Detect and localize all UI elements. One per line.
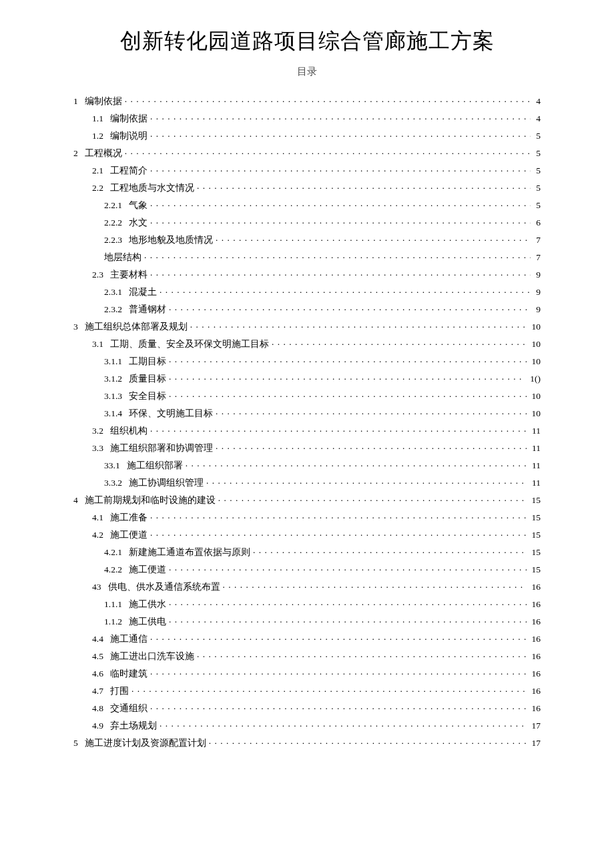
toc-entry-page: 16 <box>529 669 541 679</box>
toc-entry: 5施工进度计划及资源配置计划17 <box>73 733 541 751</box>
toc-entry-page: 16 <box>529 704 541 713</box>
toc-leader-dots <box>125 95 531 104</box>
toc-entry-page: 17 <box>529 721 541 731</box>
toc-entry-page: 16 <box>529 617 541 626</box>
toc-entry-number: 4.2 <box>92 530 110 540</box>
toc-leader-dots <box>150 511 527 520</box>
toc-entry-page: 16 <box>529 634 541 644</box>
toc-entry-label: 工程简介 <box>110 166 147 175</box>
toc-entry-label: 工期、质量、安全及环保文明施工目标 <box>110 340 269 349</box>
toc-entry-number: 4.7 <box>92 687 110 696</box>
toc-entry-number: 2.2 <box>92 183 110 193</box>
toc-entry-label: 施工组织部署 <box>127 461 183 470</box>
toc-entry-label: 编制依据 <box>85 97 122 106</box>
toc-entry-page: 10 <box>529 392 541 401</box>
toc-entry-label: 施工协调组织管理 <box>129 478 204 488</box>
toc-entry: 3.1.3安全目标10 <box>73 386 541 404</box>
toc-entry: 2.2.3地形地貌及地质情况7 <box>73 230 541 248</box>
toc-leader-dots <box>206 476 527 486</box>
toc-entry-label: 主要材料 <box>110 270 147 280</box>
toc-entry-page: 7 <box>533 253 541 262</box>
toc-entry: 2.1工程简介5 <box>73 161 541 178</box>
toc-entry-page: 7 <box>533 236 541 245</box>
toc-entry-label: 质量目标 <box>129 374 166 384</box>
toc-leader-dots <box>197 181 531 191</box>
toc-entry-number: 2.1 <box>92 166 110 175</box>
toc-leader-dots <box>150 199 531 208</box>
toc-entry-page: 10 <box>529 409 541 418</box>
toc-leader-dots <box>169 563 527 572</box>
toc-leader-dots <box>169 615 527 624</box>
toc-entry-label: 地形地貌及地质情况 <box>129 236 213 245</box>
toc-entry-number: 4.2.2 <box>104 565 129 574</box>
toc-entry-number: 4.6 <box>92 669 110 679</box>
toc-leader-dots <box>169 390 527 399</box>
toc-leader-dots <box>169 303 531 312</box>
toc-entry: 4施工前期规划和临时设施的建设15 <box>73 490 541 508</box>
toc-entry: 3.1工期、质量、安全及环保文明施工目标10 <box>73 334 541 352</box>
toc-entry-number: 1.1.2 <box>104 617 129 626</box>
toc-entry-number: 33.1 <box>104 461 127 470</box>
toc-leader-dots <box>160 286 531 295</box>
toc-entry-page: 15 <box>529 530 541 540</box>
toc-entry: 43供电、供水及通信系统布置16 <box>73 577 541 594</box>
toc-entry-label: 施工供电 <box>129 617 166 626</box>
toc-entry-number: 1 <box>73 97 85 106</box>
toc-entry-label: 施工进出口洗车设施 <box>110 652 194 661</box>
toc-leader-dots <box>150 424 527 434</box>
toc-leader-dots <box>150 112 531 121</box>
toc-entry-number: 43 <box>92 582 108 592</box>
toc-entry-label: 新建施工通道布置依据与原则 <box>129 548 250 557</box>
toc-leader-dots <box>150 667 527 677</box>
toc-leader-dots <box>169 355 527 364</box>
toc-entry-number: 3.1.3 <box>104 392 129 401</box>
toc-leader-dots <box>169 598 527 607</box>
toc-entry-label: 气象 <box>129 201 147 210</box>
toc-entry: 3施工组织总体部署及规划10 <box>73 317 541 334</box>
toc-leader-dots <box>190 320 527 330</box>
toc-leader-dots <box>150 129 531 139</box>
toc-leader-dots <box>150 702 527 711</box>
toc-entry: 1.1编制依据4 <box>73 109 541 126</box>
toc-entry: 1.1.1施工供水16 <box>73 594 541 612</box>
toc-entry-label: 普通钢材 <box>129 305 166 314</box>
toc-leader-dots <box>216 442 527 451</box>
toc-leader-dots <box>150 268 531 278</box>
toc-entry-number: 3.1 <box>92 340 110 349</box>
toc-entry-label: 水文 <box>129 218 147 228</box>
toc-entry-label: 施工组织部署和协调管理 <box>110 444 213 453</box>
toc-leader-dots <box>150 164 531 173</box>
toc-entry-page: 10 <box>529 322 541 332</box>
document-title: 创新转化园道路项目综合管廊施工方案 <box>73 27 541 56</box>
toc-entry: 2.3主要材料9 <box>73 265 541 282</box>
toc-entry-number: 4.5 <box>92 652 110 661</box>
toc-entry-label: 混凝土 <box>129 288 157 297</box>
toc-entry-page: 11 <box>529 461 541 470</box>
toc-entry-page: 6 <box>533 218 541 228</box>
toc-leader-dots <box>218 494 527 503</box>
toc-entry-label: 编制依据 <box>110 114 147 123</box>
toc-entry-number: 2.3.2 <box>104 305 129 314</box>
toc-entry-number: 5 <box>73 739 85 748</box>
toc-entry-label: 施工准备 <box>110 513 147 522</box>
toc-entry-page: 10 <box>529 357 541 366</box>
toc-entry-number: 1.1 <box>92 114 110 123</box>
toc-leader-dots <box>209 737 527 746</box>
toc-leader-dots <box>144 251 531 260</box>
toc-entry: 2.2.2水文6 <box>73 213 541 230</box>
toc-entry-number: 1.1.1 <box>104 600 129 609</box>
toc-entry-number: 4.4 <box>92 634 110 644</box>
toc-leader-dots <box>216 234 531 243</box>
toc-entry-page: 15 <box>529 548 541 557</box>
toc-entry: 3.3.2施工协调组织管理11 <box>73 473 541 490</box>
toc-entry: 4.2.2施工便道15 <box>73 560 541 577</box>
toc-entry-number: 4 <box>73 496 85 505</box>
toc-entry: 4.2.1新建施工通道布置依据与原则15 <box>73 542 541 560</box>
toc-entry: 2.3.1混凝土9 <box>73 282 541 300</box>
toc-entry-number: 2.3 <box>92 270 110 280</box>
toc-entry-label: 施工便道 <box>129 565 166 574</box>
toc-entry-page: 4 <box>533 114 541 123</box>
toc-entry: 3.2组织机构11 <box>73 421 541 438</box>
toc-leader-dots <box>272 338 527 347</box>
toc-entry: 4.7打围16 <box>73 681 541 699</box>
